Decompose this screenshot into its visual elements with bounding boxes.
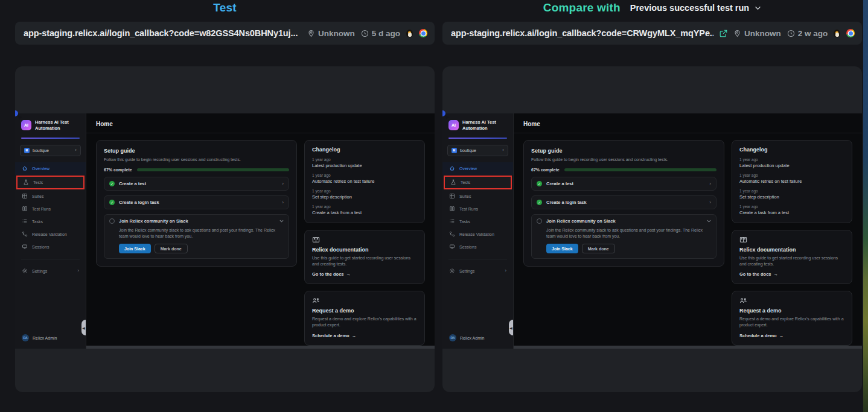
sidebar-item-overview[interactable]: Overview [15,162,86,175]
setup-step-create-test[interactable]: ✓ Create a test › [104,177,289,191]
book-icon [739,236,844,244]
screen-icon [449,244,455,250]
request-demo-title: Request a demo [312,308,417,314]
go-to-docs-link[interactable]: Go to the docs → [312,271,417,277]
sidebar-item-tasks[interactable]: Tasks [442,215,513,228]
check-circle-icon: ✓ [537,181,542,186]
sidebar-item-tests[interactable]: Tests [16,176,85,189]
sidebar-item-sessions[interactable]: Sessions [15,241,86,253]
join-slack-description: Join the Relicx community slack to ask q… [119,227,284,239]
screen-icon [22,244,28,250]
documentation-body: Use this guide to get started recording … [739,255,844,267]
sidebar-divider [21,259,80,259]
sidebar-item-overview[interactable]: Overview [442,162,513,175]
project-badge: B [452,148,457,153]
clock-icon [361,30,369,37]
page-header: Home [514,113,862,133]
sidebar-collapse-handle[interactable]: ◀ [81,320,86,335]
sidebar-item-settings[interactable]: Settings › [15,265,86,277]
documentation-title: Relicx documentation [739,247,844,253]
sidebar-collapse-handle[interactable]: ◀ [509,320,513,335]
sidebar-item-suites[interactable]: Suites [15,190,86,203]
project-selector[interactable]: B boutique › [20,145,81,156]
join-slack-description: Join the Relicx community slack to ask q… [546,227,711,239]
compare-url-bar: app-staging.relicx.ai/login_callback?cod… [442,22,862,45]
horizontal-scrollbar[interactable] [514,346,862,349]
progress-bar [564,168,716,171]
schedule-demo-link[interactable]: Schedule a demo → [739,333,844,338]
chevron-right-icon: › [77,268,79,273]
chevron-right-icon: › [502,148,504,153]
project-selector[interactable]: B boutique › [447,145,508,156]
app-screenshot: AI Harness AI Test Automation B boutique… [442,113,862,349]
progress-label: 67% complete [104,168,132,172]
compare-run-selector[interactable]: Previous successful test run [630,3,761,13]
people-icon [739,297,844,305]
external-link-icon[interactable] [720,30,727,37]
sidebar-item-suites[interactable]: Suites [442,190,513,203]
user-menu[interactable]: RA Relicx Admin [15,328,86,349]
setup-guide-card: Setup guide Follow this guide to begin r… [523,140,724,267]
page-title: Home [96,121,113,127]
changelog-entry: 1 year ago Set step description [739,189,844,200]
sidebar-item-release-validation[interactable]: Release Validation [15,228,86,241]
book-icon [312,236,417,244]
mark-done-button[interactable]: Mark done [155,244,188,253]
harness-logo: AI [448,120,459,130]
setup-step-create-login-task[interactable]: ✓ Create a login task › [531,195,716,209]
sidebar-item-sessions[interactable]: Sessions [442,241,513,253]
changelog-title: Changelog [739,147,844,153]
progress-bar [137,168,289,171]
schedule-demo-link[interactable]: Schedule a demo → [312,333,417,338]
avatar: RA [449,334,456,341]
mark-done-button[interactable]: Mark done [582,244,615,253]
compare-location: Unknown [733,29,781,38]
brand-header: AI Harness AI Test Automation [442,113,513,136]
join-slack-button[interactable]: Join Slack [119,244,151,253]
setup-step-create-test[interactable]: ✓ Create a test › [531,177,716,191]
documentation-card: Relicx documentation Use this guide to g… [732,230,852,284]
brand-header: AI Harness AI Test Automation [15,113,86,136]
setup-step-join-slack: Join Relicx community on Slack Join the … [104,214,289,259]
unchecked-circle-icon [537,218,542,224]
brand-divider [448,138,507,139]
columns-icon [22,206,28,212]
app-sidebar: AI Harness AI Test Automation B boutique… [15,113,86,349]
go-to-docs-link[interactable]: Go to the docs → [739,271,844,277]
setup-guide-card: Setup guide Follow this guide to begin r… [96,140,297,267]
join-slack-button[interactable]: Join Slack [546,244,578,253]
documentation-card: Relicx documentation Use this guide to g… [304,230,425,284]
flask-icon [23,179,29,185]
people-icon [312,297,417,305]
sidebar-item-test-runs[interactable]: Test Runs [442,203,513,215]
request-demo-title: Request a demo [739,308,844,314]
setup-guide-subtitle: Follow this guide to begin recording use… [531,157,716,163]
location-pin-icon [307,30,315,37]
changelog-title: Changelog [312,147,417,153]
desktop-wallpaper-edge [863,0,868,412]
chevron-right-icon: › [282,200,284,205]
app-screenshot: AI Harness AI Test Automation B boutique… [15,113,435,349]
sidebar-item-settings[interactable]: Settings › [442,265,513,277]
chrome-icon [846,29,855,37]
chevron-right-icon: › [282,182,284,186]
setup-progress: 67% complete [531,168,716,172]
project-name: boutique [460,148,499,153]
compare-title: Compare with [543,1,621,14]
sidebar-item-release-validation[interactable]: Release Validation [442,228,513,241]
baseline-url: app-staging.relicx.ai/login_callback?cod… [24,28,301,38]
grid-icon [449,193,455,199]
join-slack-header[interactable]: Join Relicx community on Slack [537,218,711,224]
horizontal-scrollbar[interactable] [86,346,435,349]
sidebar-item-tasks[interactable]: Tasks [15,215,86,228]
changelog-entry: 1 year ago Create a task from a test [739,204,844,215]
sidebar-item-tests[interactable]: Tests [444,176,512,189]
join-slack-header[interactable]: Join Relicx community on Slack [109,218,284,224]
setup-step-create-login-task[interactable]: ✓ Create a login task › [104,195,289,209]
sidebar-item-test-runs[interactable]: Test Runs [15,203,86,215]
changelog-entry: 1 year ago Automatic retries on test fai… [739,173,844,184]
app-sidebar: AI Harness AI Test Automation B boutique… [442,113,514,349]
avatar: RA [22,334,29,341]
chevron-right-icon: › [709,182,711,186]
user-menu[interactable]: RA Relicx Admin [442,328,513,349]
